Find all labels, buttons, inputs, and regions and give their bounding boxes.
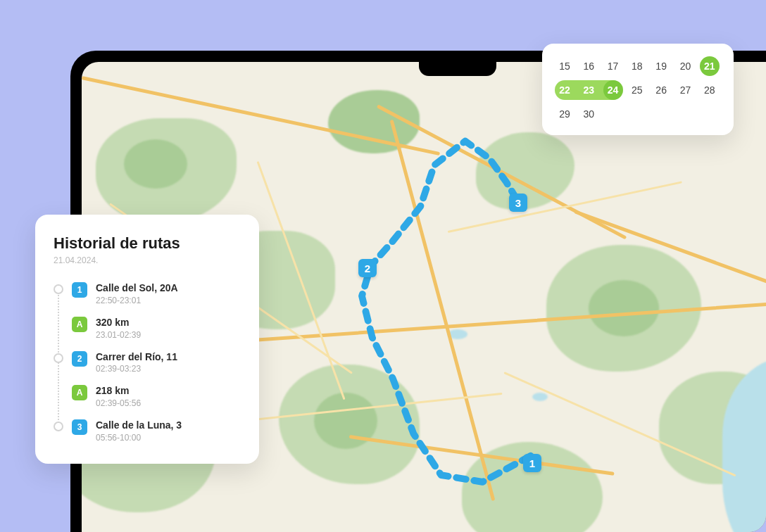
calendar-day[interactable]: 22	[555, 80, 574, 100]
timeline-spacer	[54, 387, 63, 397]
calendar-day[interactable]: 21	[700, 56, 720, 76]
step-label: Calle del Sol, 20A	[96, 282, 241, 294]
calendar-day[interactable]: 19	[651, 56, 671, 76]
stop-number-badge: 3	[72, 419, 87, 435]
timeline-dot	[54, 353, 63, 363]
calendar-day[interactable]: 16	[579, 56, 598, 76]
timeline-step[interactable]: A218 km02:39-05:56	[54, 379, 241, 414]
calendar-day[interactable]: 28	[700, 80, 720, 100]
calendar-day[interactable]: 27	[675, 80, 695, 100]
terrain-forest	[124, 139, 187, 189]
calendar-day[interactable]: 17	[603, 56, 623, 76]
step-time-range: 22:50-23:01	[96, 296, 241, 305]
route-history-title: Historial de rutas	[54, 234, 241, 253]
map-stop-marker[interactable]: 2	[358, 259, 377, 277]
calendar-grid: 15161718192021222324252627282930	[555, 56, 721, 124]
step-time-range: 02:39-05:56	[96, 398, 241, 408]
step-label: 320 km	[96, 317, 241, 329]
calendar-day[interactable]: 18	[627, 56, 647, 76]
tablet-notch	[419, 62, 496, 76]
map-stop-marker[interactable]: 1	[523, 454, 541, 472]
route-history-card: Historial de rutas 21.04.2024. 1Calle de…	[35, 215, 259, 464]
step-time-range: 02:39-03:23	[96, 364, 241, 374]
route-timeline: 1Calle del Sol, 20A22:50-23:01A320 km23.…	[54, 277, 241, 448]
step-label: 218 km	[96, 385, 241, 397]
timeline-dot	[54, 422, 63, 431]
calendar-day[interactable]: 24	[603, 80, 623, 100]
timeline-step[interactable]: 3Calle de la Luna, 305:56-10:00	[54, 414, 241, 448]
step-time-range: 23.01-02:39	[96, 330, 241, 340]
calendar-day[interactable]: 15	[555, 56, 574, 76]
timeline-step[interactable]: 2Carrer del Río, 1102:39-03:23	[54, 346, 241, 380]
calendar-day[interactable]: 30	[579, 104, 598, 124]
step-label: Carrer del Río, 11	[96, 351, 241, 363]
timeline-dot	[54, 284, 63, 294]
timeline-spacer	[54, 319, 63, 329]
timeline-step[interactable]: A320 km23.01-02:39	[54, 311, 241, 346]
stop-number-badge: 2	[72, 351, 87, 367]
terrain-forest	[589, 280, 659, 336]
auto-segment-badge: A	[72, 317, 87, 332]
map-stop-marker[interactable]: 3	[509, 194, 527, 212]
calendar-day[interactable]: 26	[651, 80, 671, 100]
date-picker-card: 15161718192021222324252627282930	[542, 44, 734, 135]
calendar-day[interactable]: 20	[675, 56, 695, 76]
calendar-day[interactable]: 29	[555, 104, 574, 124]
step-label: Calle de la Luna, 3	[96, 419, 241, 431]
timeline-step[interactable]: 1Calle del Sol, 20A22:50-23:01	[54, 277, 241, 311]
stop-number-badge: 1	[72, 282, 87, 298]
step-time-range: 05:56-10:00	[96, 433, 241, 443]
lake	[532, 393, 548, 401]
auto-segment-badge: A	[72, 385, 87, 400]
calendar-day[interactable]: 25	[627, 80, 647, 100]
route-history-date: 21.04.2024.	[54, 255, 241, 265]
